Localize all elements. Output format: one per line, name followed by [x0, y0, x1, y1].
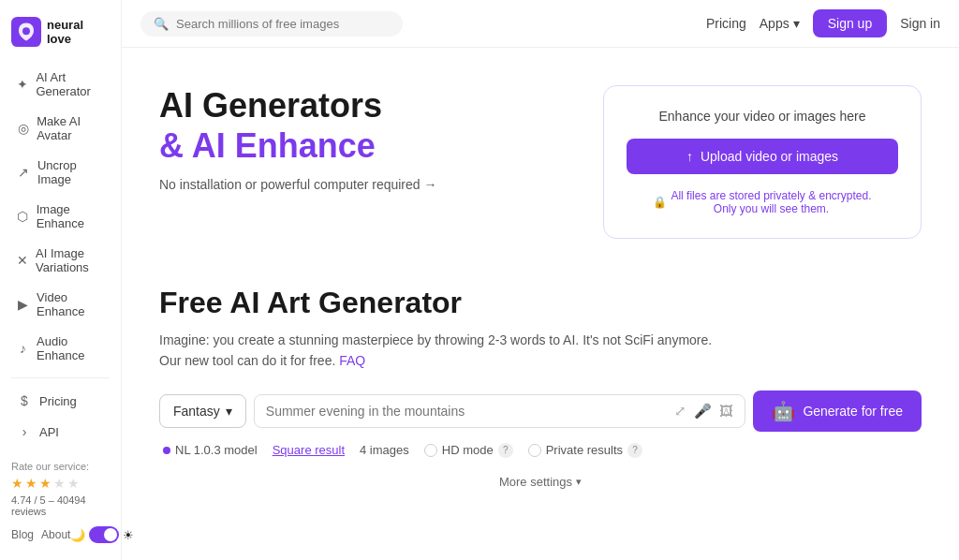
star-3[interactable]: ★: [39, 476, 52, 491]
prompt-icons: ⤢ 🎤 🖼: [674, 403, 733, 420]
result-link[interactable]: Square result: [273, 443, 345, 457]
apps-dropdown[interactable]: Apps ▾: [760, 16, 800, 31]
private-option[interactable]: Private results ?: [528, 443, 642, 458]
upload-icon: ↑: [686, 149, 693, 164]
sidebar-item-pricing[interactable]: $ Pricing: [6, 386, 115, 416]
nav-right: Pricing Apps ▾ Sign up Sign in: [706, 9, 940, 37]
private-help-icon[interactable]: ?: [627, 443, 642, 458]
rating-text: 4.74 / 5 – 40494 reviews: [11, 494, 110, 517]
more-settings-wrap: More settings ▾: [159, 465, 922, 489]
image-icon[interactable]: 🖼: [719, 403, 733, 420]
sidebar: neural love ✦ AI Art Generator ◎ Make AI…: [0, 0, 122, 560]
variations-icon: ✕: [17, 253, 28, 268]
main-content: 🔍 Pricing Apps ▾ Sign up Sign in AI Gene…: [122, 0, 959, 560]
logo-icon: [11, 17, 41, 47]
hero-subtitle: No installation or powerful computer req…: [159, 177, 575, 192]
about-link[interactable]: About: [41, 528, 70, 541]
sidebar-item-image-enhance[interactable]: ⬡ Image Enhance: [6, 195, 115, 238]
hd-help-icon[interactable]: ?: [498, 443, 513, 458]
toggle-thumb: [104, 528, 117, 541]
upload-card-title: Enhance your video or images here: [658, 109, 865, 124]
generator-controls: Fantasy ▾ ⤢ 🎤 🖼 🤖 Generate for free: [159, 391, 922, 432]
search-bar[interactable]: 🔍: [140, 11, 403, 37]
star-1[interactable]: ★: [11, 476, 23, 491]
video-icon: ▶: [17, 297, 29, 312]
star-5[interactable]: ★: [67, 476, 80, 491]
api-icon: ›: [17, 424, 32, 439]
upload-card-note: 🔒 All files are stored privately & encry…: [653, 189, 871, 215]
star-2[interactable]: ★: [25, 476, 37, 491]
art-section-desc: Imagine: you create a stunning masterpie…: [159, 330, 721, 372]
expand-icon[interactable]: ⤢: [674, 403, 686, 420]
sidebar-bottom: Rate our service: ★ ★ ★ ★ ★ 4.74 / 5 – 4…: [0, 453, 121, 551]
model-option[interactable]: NL 1.0.3 model: [163, 443, 258, 457]
upload-card: Enhance your video or images here ↑ Uplo…: [603, 85, 922, 239]
hero-title: AI Generators & AI Enhance: [159, 85, 575, 166]
robot-icon: 🤖: [772, 400, 795, 422]
sidebar-item-uncrop-image[interactable]: ↗ Uncrop Image: [6, 151, 115, 194]
star-4[interactable]: ★: [53, 476, 66, 491]
generator-options: NL 1.0.3 model Square result 4 images HD…: [159, 443, 922, 458]
audio-icon: ♪: [17, 341, 29, 356]
star-rating[interactable]: ★ ★ ★ ★ ★: [11, 476, 110, 491]
rate-service: Rate our service: ★ ★ ★ ★ ★ 4.74 / 5 – 4…: [11, 461, 110, 517]
signin-button[interactable]: Sign in: [900, 16, 940, 31]
prompt-input-wrapper[interactable]: ⤢ 🎤 🖼: [254, 394, 746, 428]
search-input[interactable]: [176, 17, 390, 31]
sidebar-item-ai-image-variations[interactable]: ✕ AI Image Variations: [6, 239, 115, 282]
logo[interactable]: neural love: [0, 9, 121, 62]
sidebar-item-video-enhance[interactable]: ▶ Video Enhance: [6, 283, 115, 326]
sidebar-item-make-ai-avatar[interactable]: ◎ Make AI Avatar: [6, 107, 115, 150]
style-selector[interactable]: Fantasy ▾: [159, 394, 246, 428]
hd-option[interactable]: HD mode ?: [424, 443, 513, 458]
avatar-icon: ◎: [17, 121, 29, 136]
faq-link[interactable]: FAQ: [339, 353, 365, 368]
style-chevron-icon: ▾: [226, 404, 232, 419]
art-generator-icon: ✦: [17, 77, 28, 92]
upload-button[interactable]: ↑ Upload video or images: [627, 139, 898, 174]
sidebar-item-audio-enhance[interactable]: ♪ Audio Enhance: [6, 327, 115, 370]
mic-icon[interactable]: 🎤: [694, 403, 712, 420]
sidebar-item-api[interactable]: › API: [6, 417, 115, 447]
prompt-input[interactable]: [266, 404, 668, 419]
images-option[interactable]: 4 images: [360, 443, 409, 457]
more-settings-chevron-icon: ▾: [576, 476, 582, 488]
signup-button[interactable]: Sign up: [813, 9, 887, 37]
art-section-title: Free AI Art Generator: [159, 286, 922, 320]
pricing-icon: $: [17, 393, 32, 408]
sidebar-nav: ✦ AI Art Generator ◎ Make AI Avatar ↗ Un…: [0, 62, 121, 453]
lock-icon: 🔒: [653, 196, 667, 209]
hero-text: AI Generators & AI Enhance No installati…: [159, 85, 575, 192]
blog-link[interactable]: Blog: [11, 528, 34, 541]
enhance-icon: ⬡: [17, 209, 29, 224]
hd-radio: [424, 444, 437, 457]
footer-links: Blog About: [11, 528, 70, 541]
search-icon: 🔍: [154, 17, 169, 31]
apps-chevron-icon: ▾: [793, 16, 800, 31]
uncrop-icon: ↗: [17, 165, 30, 180]
art-section: Free AI Art Generator Imagine: you creat…: [122, 258, 959, 508]
private-radio: [528, 444, 541, 457]
hero-section: AI Generators & AI Enhance No installati…: [122, 48, 959, 258]
sidebar-item-ai-art-generator[interactable]: ✦ AI Art Generator: [6, 63, 115, 106]
topnav: 🔍 Pricing Apps ▾ Sign up Sign in: [122, 0, 959, 48]
generate-button[interactable]: 🤖 Generate for free: [753, 391, 922, 432]
svg-point-1: [22, 27, 30, 35]
more-settings-toggle[interactable]: More settings ▾: [499, 475, 582, 489]
model-dot: [163, 447, 170, 454]
sidebar-divider: [11, 377, 110, 378]
pricing-nav-link[interactable]: Pricing: [706, 16, 746, 31]
toggle-track[interactable]: [89, 526, 119, 543]
